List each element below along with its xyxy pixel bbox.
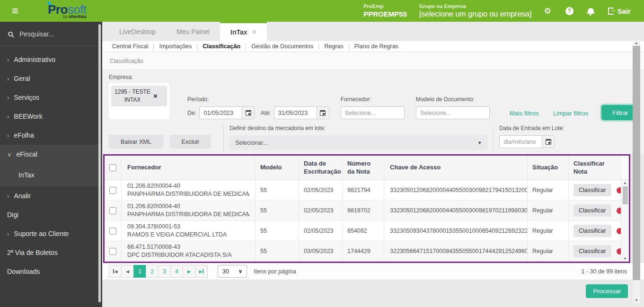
- sidebar-item[interactable]: Downloads: [0, 262, 102, 281]
- main-panel: LiveDesktop Meu Painel InTax × Central F…: [102, 22, 644, 307]
- sidebar-item[interactable]: › Geral: [0, 69, 102, 88]
- search-icon: [8, 32, 13, 36]
- date-from-input[interactable]: [199, 106, 242, 119]
- sidebar-item-label: eFolha: [14, 132, 34, 139]
- pagination-page-button[interactable]: 1: [133, 265, 146, 278]
- scroll-up-icon[interactable]: ▲: [624, 181, 627, 185]
- calendar-button[interactable]: [542, 135, 555, 148]
- chevron-icon: ›: [7, 94, 9, 101]
- sidebar-item[interactable]: › eFolha: [0, 126, 102, 145]
- tab[interactable]: Meu Painel: [166, 22, 220, 41]
- sidebar-item[interactable]: 2ª Via de Boletos: [0, 243, 102, 262]
- help-icon[interactable]: ?: [565, 7, 573, 15]
- calendar-button[interactable]: [317, 106, 329, 119]
- select-all-checkbox[interactable]: [109, 164, 116, 171]
- header-modelo: Modelo: [256, 156, 299, 180]
- subtab[interactable]: Regras: [319, 44, 349, 50]
- prosoft-logo[interactable]: Prosoft by alterdata: [48, 3, 87, 19]
- classificar-button[interactable]: Classificar: [573, 184, 611, 196]
- pagination-first-button[interactable]: ◀: [109, 265, 122, 278]
- chip-close-icon[interactable]: ×: [153, 92, 158, 100]
- pagination-page-button[interactable]: 3: [158, 265, 171, 278]
- scroll-down-icon[interactable]: ▼: [635, 297, 638, 303]
- sidebar-search[interactable]: Pesquisar...: [0, 22, 102, 46]
- sidebar-item[interactable]: › BEEWork: [0, 107, 102, 126]
- row-checkbox[interactable]: [109, 248, 116, 255]
- group-company-selector[interactable]: Grupo ou Empresa [selecione um grupo ou …: [419, 3, 531, 18]
- status-dot: [617, 228, 621, 234]
- sidebar-item[interactable]: Digi: [0, 205, 102, 224]
- pagination-page-button[interactable]: 4: [170, 265, 183, 278]
- limpar-filtros-link[interactable]: Limpar filtros: [553, 110, 588, 123]
- subtab[interactable]: Classificação: [197, 44, 246, 50]
- fornecedor-input[interactable]: [341, 106, 405, 119]
- gear-icon[interactable]: ⚙: [544, 6, 551, 16]
- empresa-field[interactable]: 1295 - TESTE INTAX ×: [109, 83, 169, 119]
- sidebar-item[interactable]: ∨ eFiscal: [0, 145, 102, 164]
- data-escrituracao-cell: 02/05/2023: [299, 221, 343, 241]
- tab[interactable]: InTax ×: [220, 22, 267, 41]
- data-escrituracao-cell: 02/05/2023: [299, 180, 343, 200]
- empresa-label: Empresa:: [109, 74, 176, 80]
- calendar-button[interactable]: [242, 106, 255, 119]
- items-range-label: 1 - 30 de 99 itens: [581, 268, 627, 275]
- table-row: 66.471.517\0008-43 DPC DISTRIBUIDOR ATAC…: [105, 241, 621, 262]
- scroll-up-icon[interactable]: ▲: [635, 40, 638, 46]
- table-row: 01.206.820\0004-40 PANPHARMA DISTRIBUIDO…: [105, 201, 621, 221]
- classificar-button[interactable]: Classificar: [573, 225, 611, 237]
- sidebar-menu: › Administrativo › Geral › Serviços › BE…: [0, 46, 102, 281]
- sidebar-item-label: Digi: [7, 211, 18, 219]
- table-scrollbar-thumb[interactable]: [623, 186, 628, 204]
- close-icon[interactable]: ×: [252, 28, 256, 36]
- scroll-down-icon[interactable]: ▼: [624, 256, 627, 261]
- processar-button[interactable]: Processar: [586, 284, 628, 298]
- bell-icon[interactable]: [588, 8, 594, 14]
- pagination-last-button[interactable]: ▶: [195, 265, 208, 278]
- chevron-icon: ∨: [7, 151, 12, 158]
- pagination-prev-button[interactable]: ◀: [121, 265, 134, 278]
- sidebar-scrollbar[interactable]: [98, 24, 101, 302]
- date-to-input[interactable]: [274, 106, 317, 119]
- sidebar-item[interactable]: › Analir: [0, 186, 102, 205]
- pagination-next-button[interactable]: ▶: [183, 265, 195, 278]
- main-scrollbar-thumb[interactable]: [633, 46, 640, 280]
- logout-button[interactable]: → Sair: [608, 7, 631, 15]
- row-checkbox[interactable]: [109, 187, 116, 194]
- table-scrollbar[interactable]: ▲ ▼: [621, 180, 629, 262]
- subtab[interactable]: Central Fiscal: [107, 44, 154, 50]
- pagination-page-button[interactable]: 2: [146, 265, 159, 278]
- modelo-cell: 55: [256, 201, 299, 220]
- sidebar-item[interactable]: › Administrativo: [0, 50, 102, 69]
- sidebar-item-label: Suporte ao Cliente: [14, 230, 69, 237]
- proemp-selector[interactable]: ProEmp PPROEMP55: [363, 3, 407, 18]
- de-label: De:: [187, 110, 196, 116]
- numero-nota-cell: 654092: [343, 221, 384, 241]
- sidebar-item-label: Administrativo: [14, 56, 55, 63]
- sidebar-item[interactable]: › Suporte ao Cliente: [0, 224, 102, 243]
- mais-filtros-link[interactable]: Mais filtros: [510, 110, 539, 123]
- hamburger-menu-icon[interactable]: ≡: [12, 5, 18, 17]
- row-checkbox[interactable]: [109, 228, 116, 235]
- table-row: 01.206.820\0004-40 PANPHARMA DISTRIBUIDO…: [105, 180, 621, 201]
- data-entrada-input[interactable]: [499, 135, 542, 148]
- situacao-cell: Regular: [528, 221, 569, 241]
- sidebar-item[interactable]: InTax: [0, 164, 102, 186]
- subtab[interactable]: Importações: [154, 44, 197, 50]
- main-scrollbar[interactable]: ▲ ▼: [633, 40, 640, 303]
- proemp-value: PPROEMP55: [363, 10, 407, 18]
- classificar-button[interactable]: Classificar: [573, 245, 611, 257]
- subtab[interactable]: Plano de Regras: [349, 44, 404, 50]
- chevron-down-icon: ∨: [238, 268, 242, 274]
- page-size-select[interactable]: 30 ∨: [218, 265, 247, 278]
- data-entrada-label: Data de Entrada em Lote:: [499, 125, 564, 132]
- baixar-xml-button[interactable]: Baixar XML: [109, 135, 163, 149]
- subtab[interactable]: Gestão de Documentos: [246, 44, 319, 50]
- tab[interactable]: LiveDesktop: [109, 22, 166, 41]
- destino-dropdown[interactable]: Selecionar... ▼: [229, 135, 487, 150]
- sidebar-item[interactable]: › Serviços: [0, 88, 102, 107]
- modelo-documento-input[interactable]: [416, 106, 490, 119]
- fornecedor-cnpj: 01.206.820\0004-40: [127, 182, 249, 190]
- row-checkbox[interactable]: [109, 207, 116, 214]
- classificar-button[interactable]: Classificar: [573, 204, 611, 217]
- excluir-button[interactable]: Excluir: [170, 135, 212, 149]
